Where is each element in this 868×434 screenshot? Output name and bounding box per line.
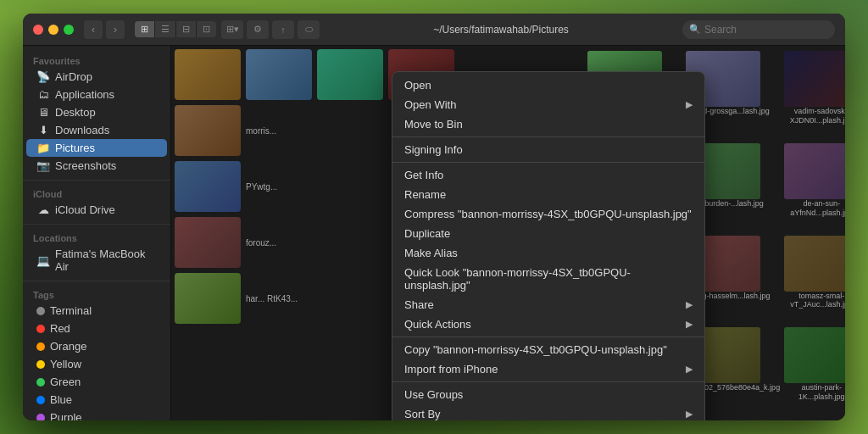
ctx-duplicate[interactable]: Duplicate — [392, 224, 704, 243]
window-title: ~/Users/fatimawahab/Pictures — [320, 24, 682, 36]
ctx-copy[interactable]: Copy "bannon-morrissy-4SX_tb0GPQU-unspla… — [392, 340, 704, 359]
ctx-rename[interactable]: Rename — [392, 185, 704, 204]
ctx-share[interactable]: Share ▶ — [392, 295, 704, 314]
applications-icon: 🗂 — [36, 88, 50, 101]
ctx-quick-look[interactable]: Quick Look "bannon-morrissy-4SX_tb0GPQU-… — [392, 263, 704, 295]
main-area: Favourites 📡 AirDrop 🗂 Applications 🖥 De… — [23, 46, 845, 420]
left-file-item-3[interactable]: forouz... — [175, 217, 298, 268]
ctx-quick-actions-arrow: ▶ — [686, 319, 693, 330]
sidebar-item-tag-purple[interactable]: Purple — [26, 409, 167, 420]
ctx-compress[interactable]: Compress "bannon-morrissy-4SX_tb0GPQU-un… — [392, 204, 704, 224]
ctx-quick-look-label: Quick Look "bannon-morrissy-4SX_tb0GPQU-… — [404, 266, 693, 292]
favourites-header: Favourites — [23, 53, 170, 68]
sidebar-item-applications[interactable]: 🗂 Applications — [26, 86, 167, 103]
minimize-button[interactable] — [48, 25, 58, 35]
tag-dot-terminal — [36, 307, 45, 315]
sidebar-item-macbook[interactable]: 💻 Fatima's MacBook Air — [26, 245, 167, 275]
icon-view-button[interactable]: ⊞ — [135, 21, 155, 37]
sidebar-item-airdrop[interactable]: 📡 AirDrop — [26, 68, 167, 86]
maximize-button[interactable] — [64, 25, 74, 35]
sidebar-item-downloads[interactable]: ⬇ Downloads — [26, 121, 167, 139]
ctx-move-to-bin[interactable]: Move to Bin — [392, 114, 704, 134]
ctx-sep-1 — [392, 136, 704, 137]
sort-button[interactable]: ⊞▾ — [221, 20, 243, 39]
search-input[interactable] — [704, 24, 828, 36]
right-file-6[interactable]: de-an-sun-aYfnNd...plash.jpg — [784, 143, 845, 231]
back-button[interactable]: ‹ — [84, 20, 103, 39]
tag-dot-red — [36, 325, 45, 333]
right-file-3[interactable]: vadim-sadovski-XJDN0I...plash.jpg — [784, 51, 845, 139]
ctx-make-alias-label: Make Alias — [404, 247, 458, 259]
ctx-open[interactable]: Open — [392, 75, 704, 95]
gallery-view-button[interactable]: ⊡ — [197, 21, 216, 37]
forward-button[interactable]: › — [106, 20, 125, 39]
content-area: morris... PYwtg... forouz... har... RtK4… — [171, 46, 845, 420]
share-button[interactable]: ↑ — [272, 20, 294, 39]
thumb-2[interactable] — [246, 49, 312, 100]
action-button[interactable]: ⚙ — [247, 20, 269, 39]
view-buttons: ⊞ ☰ ⊟ ⊡ — [135, 21, 216, 37]
sidebar-label-tag-green: Green — [50, 376, 81, 388]
tag-dot-yellow — [36, 360, 45, 369]
sidebar-item-tag-orange[interactable]: Orange — [26, 337, 167, 355]
column-view-button[interactable]: ⊟ — [176, 21, 197, 37]
sidebar-label-tag-yellow: Yellow — [50, 358, 81, 370]
thumb-1[interactable] — [175, 49, 241, 100]
sidebar-item-screenshots[interactable]: 📷 Screenshots — [26, 157, 167, 175]
right-file-12[interactable]: austin-park-1K...plash.jpg — [784, 327, 845, 415]
icloud-header: iCloud — [23, 186, 170, 201]
ctx-sep-4 — [392, 381, 704, 382]
left-file-item-2[interactable]: PYwtg... — [175, 161, 298, 212]
ctx-sort-by-label: Sort By — [404, 408, 441, 420]
sidebar-item-tag-terminal[interactable]: Terminal — [26, 302, 167, 320]
sidebar-label-tag-blue: Blue — [50, 393, 72, 406]
tag-dot-orange — [36, 342, 45, 351]
ctx-make-alias[interactable]: Make Alias — [392, 243, 704, 263]
search-box[interactable]: 🔍 — [682, 20, 835, 39]
sidebar-item-tag-yellow[interactable]: Yellow — [26, 355, 167, 373]
right-name-9: tomasz-smal-vT_JAuc...lash.jpg — [784, 292, 845, 310]
list-view-button[interactable]: ☰ — [155, 21, 176, 37]
sidebar-item-tag-green[interactable]: Green — [26, 373, 167, 391]
macbook-icon: 💻 — [36, 254, 50, 267]
ctx-open-with-arrow: ▶ — [686, 99, 693, 110]
ctx-signing-info[interactable]: Signing Info — [392, 140, 704, 159]
ctx-open-with[interactable]: Open With ▶ — [392, 95, 704, 114]
left-file-item-1[interactable]: morris... — [175, 105, 298, 156]
left-file-item-4[interactable]: har... RtK43... — [175, 273, 298, 324]
ctx-share-label: Share — [404, 298, 434, 311]
right-file-9[interactable]: tomasz-smal-vT_JAuc...lash.jpg — [784, 236, 845, 324]
sidebar-label-desktop: Desktop — [55, 106, 96, 119]
ctx-import-from-iphone[interactable]: Import from iPhone ▶ — [392, 359, 704, 379]
ctx-quick-actions[interactable]: Quick Actions ▶ — [392, 314, 704, 334]
ctx-import-arrow: ▶ — [686, 364, 693, 375]
traffic-lights — [33, 25, 74, 35]
ctx-share-arrow: ▶ — [686, 299, 693, 310]
screenshots-icon: 📷 — [36, 159, 50, 172]
tag-dot-purple — [36, 414, 45, 421]
right-thumb-12 — [784, 327, 845, 383]
thumb-3[interactable] — [317, 49, 383, 100]
right-thumb-9 — [784, 236, 845, 292]
sidebar-item-desktop[interactable]: 🖥 Desktop — [26, 103, 167, 121]
sidebar-item-tag-blue[interactable]: Blue — [26, 391, 167, 409]
nav-buttons: ‹ › — [84, 20, 125, 39]
sidebar-divider-3 — [23, 281, 170, 281]
close-button[interactable] — [33, 25, 43, 35]
sidebar-item-tag-red[interactable]: Red — [26, 320, 167, 337]
ctx-sort-by-arrow: ▶ — [686, 409, 693, 420]
tag-dot-blue — [36, 396, 45, 404]
icloud-drive-icon: ☁ — [36, 203, 50, 216]
ctx-sort-by[interactable]: Sort By ▶ — [392, 404, 704, 420]
right-name-3: vadim-sadovski-XJDN0I...plash.jpg — [784, 107, 845, 125]
ctx-open-with-label: Open With — [404, 98, 456, 111]
ctx-get-info[interactable]: Get Info — [392, 165, 704, 185]
desktop-icon: 🖥 — [36, 106, 50, 119]
tag-button[interactable]: ⬭ — [298, 20, 320, 39]
sidebar-item-icloud-drive[interactable]: ☁ iCloud Drive — [26, 201, 167, 219]
ctx-use-groups[interactable]: Use Groups — [392, 385, 704, 404]
tag-dot-green — [36, 378, 45, 387]
sidebar-item-pictures[interactable]: 📁 Pictures — [26, 139, 167, 157]
sidebar-divider-2 — [23, 224, 170, 225]
title-bar: ‹ › ⊞ ☰ ⊟ ⊡ ⊞▾ ⚙ ↑ ⬭ ~/Users/fatimawahab… — [23, 14, 845, 46]
